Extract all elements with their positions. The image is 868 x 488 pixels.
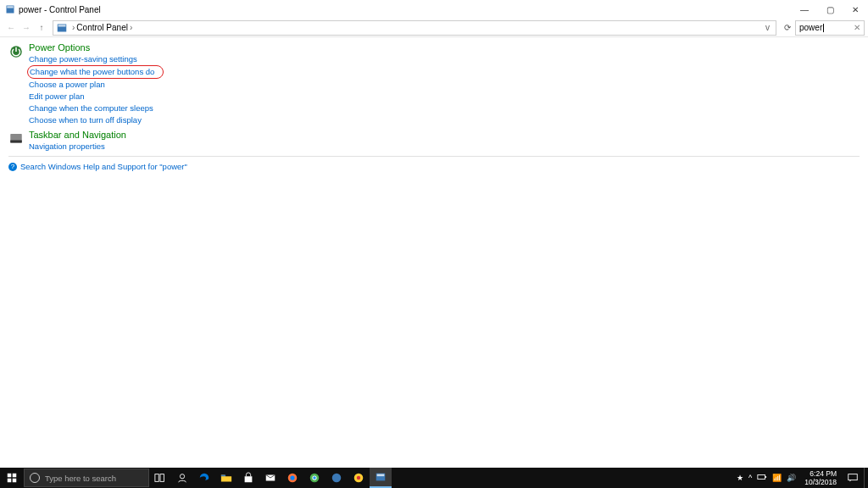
- svg-rect-14: [221, 475, 225, 477]
- link-edit-power-plan[interactable]: Edit power plan: [29, 91, 860, 103]
- highlight-annotation: Change what the power buttons do: [27, 65, 164, 79]
- result-group-taskbar: Taskbar and Navigation Navigation proper…: [8, 130, 860, 152]
- battery-icon[interactable]: [757, 473, 767, 483]
- network-icon[interactable]: 📶: [772, 474, 782, 482]
- cortana-icon: [30, 473, 40, 483]
- clear-search-icon[interactable]: ✕: [854, 23, 860, 32]
- svg-rect-11: [155, 474, 159, 482]
- maximize-button[interactable]: ▢: [817, 0, 843, 19]
- control-panel-icon: [57, 23, 67, 33]
- taskbar-search[interactable]: Type here to search: [24, 469, 149, 487]
- svg-point-13: [180, 474, 184, 479]
- action-center-button[interactable]: [842, 468, 864, 488]
- power-options-icon: [8, 42, 25, 126]
- svg-rect-1: [7, 6, 14, 8]
- link-change-power-buttons[interactable]: Change what the power buttons do: [30, 67, 154, 76]
- taskbar: Type here to search ★ ^ 📶 🔊: [0, 468, 868, 488]
- back-button[interactable]: ←: [3, 20, 19, 36]
- taskbar-app-explorer[interactable]: [215, 468, 237, 488]
- show-desktop-button[interactable]: [864, 468, 868, 488]
- svg-rect-12: [160, 474, 164, 482]
- window-title: power - Control Panel: [19, 5, 101, 14]
- group-title-power-options[interactable]: Power Options: [29, 42, 90, 53]
- svg-rect-6: [10, 141, 22, 143]
- link-turn-off-display[interactable]: Choose when to turn off display: [29, 114, 860, 126]
- system-tray: ★ ^ 📶 🔊: [733, 473, 799, 483]
- taskbar-navigation-icon: [8, 130, 25, 152]
- tray-app-icon[interactable]: ★: [737, 474, 743, 482]
- svg-point-17: [290, 475, 294, 480]
- svg-rect-10: [13, 479, 17, 483]
- taskbar-app-control-panel[interactable]: [370, 468, 392, 488]
- svg-point-20: [313, 476, 316, 480]
- group-title-taskbar[interactable]: Taskbar and Navigation: [29, 130, 126, 140]
- start-button[interactable]: [0, 468, 24, 488]
- divider: [8, 156, 860, 157]
- up-button[interactable]: ↑: [34, 20, 49, 36]
- help-icon: ?: [8, 163, 17, 171]
- breadcrumb-sep: ›: [130, 23, 132, 32]
- control-panel-icon: [5, 4, 15, 14]
- svg-point-23: [357, 476, 360, 480]
- clock-date: 10/3/2018: [804, 478, 837, 486]
- taskbar-app-people[interactable]: [171, 468, 193, 488]
- link-change-power-saving[interactable]: Change power-saving settings: [29, 53, 860, 65]
- breadcrumb-box[interactable]: › Control Panel › v: [53, 20, 776, 36]
- breadcrumb-dropdown[interactable]: v: [763, 23, 772, 32]
- volume-icon[interactable]: 🔊: [787, 474, 796, 482]
- search-input[interactable]: power ✕: [795, 20, 865, 36]
- task-view-button[interactable]: [149, 468, 171, 488]
- taskbar-app-generic1[interactable]: [326, 468, 348, 488]
- svg-rect-27: [765, 476, 767, 478]
- results-pane: Power Options Change power-saving settin…: [0, 37, 868, 176]
- svg-rect-9: [8, 479, 12, 483]
- svg-point-21: [332, 474, 342, 483]
- svg-rect-28: [849, 474, 858, 480]
- search-value: power: [799, 23, 822, 32]
- taskbar-app-chrome[interactable]: [303, 468, 326, 488]
- help-search-link[interactable]: Search Windows Help and Support for "pow…: [20, 162, 187, 171]
- link-navigation-properties[interactable]: Navigation properties: [29, 141, 860, 152]
- result-group-power-options: Power Options Change power-saving settin…: [8, 42, 860, 126]
- help-search-row: ? Search Windows Help and Support for "p…: [8, 162, 860, 171]
- link-choose-power-plan[interactable]: Choose a power plan: [29, 79, 860, 91]
- svg-rect-7: [8, 474, 12, 478]
- taskbar-app-generic2[interactable]: [348, 468, 370, 488]
- taskbar-app-store[interactable]: [237, 468, 259, 488]
- svg-rect-8: [13, 474, 17, 478]
- taskbar-app-edge[interactable]: [193, 468, 215, 488]
- svg-rect-26: [758, 474, 765, 479]
- svg-rect-25: [377, 474, 385, 477]
- address-bar: ← → ↑ › Control Panel › v ⟳ power ✕: [0, 19, 868, 37]
- taskbar-app-firefox[interactable]: [281, 468, 303, 488]
- refresh-button[interactable]: ⟳: [780, 23, 795, 32]
- svg-rect-3: [58, 25, 66, 26]
- minimize-button[interactable]: —: [792, 0, 817, 19]
- title-bar: power - Control Panel — ▢ ✕: [0, 0, 868, 19]
- taskbar-app-mail[interactable]: [259, 468, 281, 488]
- clock[interactable]: 6:24 PM 10/3/2018: [799, 469, 842, 486]
- taskbar-search-placeholder: Type here to search: [45, 474, 116, 483]
- close-button[interactable]: ✕: [843, 0, 868, 19]
- link-change-sleep[interactable]: Change when the computer sleeps: [29, 103, 860, 114]
- forward-button[interactable]: →: [19, 20, 34, 36]
- breadcrumb-item[interactable]: Control Panel: [76, 23, 128, 32]
- clock-time: 6:24 PM: [804, 469, 837, 478]
- tray-overflow-button[interactable]: ^: [748, 474, 752, 482]
- breadcrumb-sep: ›: [72, 23, 75, 32]
